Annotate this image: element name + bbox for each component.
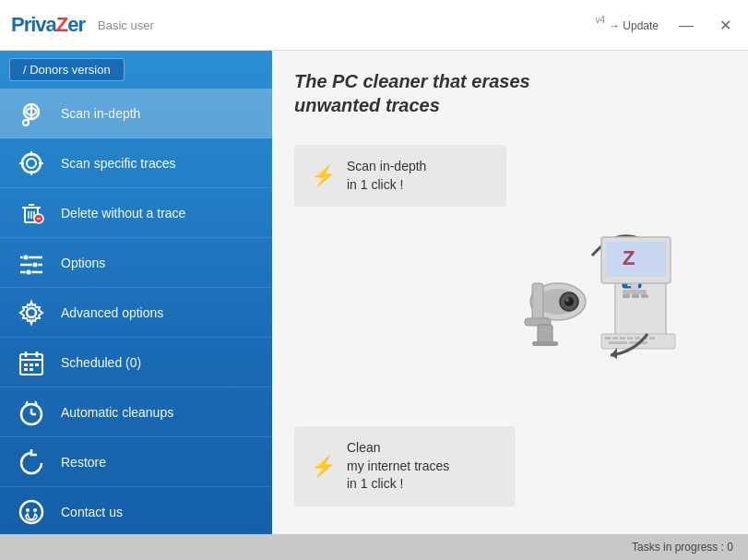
cards-illustration-area: ⚡ Scan in-depth in 1 click ! [294,136,726,516]
svg-point-51 [565,298,569,302]
options-label: Options [61,256,105,270]
svg-point-50 [564,297,574,306]
svg-rect-45 [532,283,543,320]
status-bar: Tasks in progress : 0 [0,534,748,560]
sidebar-item-scan-specific[interactable]: Scan specific traces [0,138,272,188]
sidebar-item-options[interactable]: Options [0,238,272,288]
logo-z: Z [56,13,67,36]
sidebar-item-automatic-cleanups[interactable]: Automatic cleanups [0,387,272,437]
svg-point-23 [26,269,31,275]
restore-label: Restore [61,455,106,470]
svg-rect-32 [24,368,28,371]
automatic-cleanups-label: Automatic cleanups [61,405,173,420]
donors-badge: / Donors version [9,58,125,81]
sidebar-item-scan-in-depth[interactable]: Scan in-depth [0,89,272,138]
clock-icon [13,394,50,431]
svg-rect-70 [635,337,640,340]
svg-rect-48 [532,341,558,346]
svg-point-42 [33,508,37,512]
app-subtitle: Basic user [98,18,154,32]
scan-specific-label: Scan specific traces [61,156,176,171]
svg-rect-69 [627,337,633,340]
scan-in-depth-label: Scan in-depth [61,106,140,121]
svg-rect-63 [631,283,638,291]
app-logo: PrivaZer [11,13,85,37]
svg-rect-67 [612,337,618,340]
sidebar-item-advanced-options[interactable]: Advanced options [0,288,272,338]
svg-point-4 [22,154,41,173]
title-bar: PrivaZer Basic user v4 → Update — ✕ [0,0,748,51]
update-label: → Update [609,18,659,31]
contact-us-label: Contact us [61,505,123,519]
svg-point-22 [32,262,38,268]
close-button[interactable]: ✕ [714,15,737,36]
delete-icon [13,195,50,232]
target-icon [13,145,50,182]
sidebar-item-scheduled[interactable]: Scheduled (0) [0,338,272,387]
svg-rect-56 [623,294,630,298]
svg-rect-68 [620,337,625,340]
svg-rect-72 [649,337,655,340]
svg-rect-57 [632,294,639,298]
contact-icon [13,494,50,530]
main-layout: / Donors version Scan in-depth [0,51,748,534]
svg-rect-29 [24,363,28,366]
svg-rect-73 [609,341,627,344]
illustration: Z Z Z [505,182,707,366]
window-controls: v4 → Update — ✕ [595,15,737,36]
svg-rect-33 [30,368,33,371]
version-label: v4 [595,15,605,25]
tasks-label: Tasks in progress : 0 [632,541,733,554]
clean-internet-card[interactable]: ⚡ Clean my internet traces in 1 click ! [294,426,516,506]
svg-point-24 [27,308,36,317]
svg-rect-58 [641,294,648,298]
svg-rect-60 [606,242,666,277]
restore-icon [13,444,50,481]
clean-card-text: Clean my internet traces in 1 click ! [347,439,449,494]
sidebar-item-delete-trace[interactable]: Delete without a trace [0,188,272,238]
scan-icon [13,95,50,132]
svg-rect-64 [623,290,647,294]
svg-text:Z: Z [623,246,635,269]
minimize-button[interactable]: — [673,15,699,35]
scan-card[interactable]: ⚡ Scan in-depth in 1 click ! [294,145,506,207]
sidebar: / Donors version Scan in-depth [0,51,272,534]
delete-trace-label: Delete without a trace [61,206,185,220]
svg-rect-66 [605,337,611,340]
svg-rect-30 [30,363,33,366]
lightning-icon-1: ⚡ [311,164,336,188]
content-title: The PC cleaner that erases unwanted trac… [294,69,726,117]
advanced-options-label: Advanced options [61,305,163,320]
options-icon [13,244,50,281]
lightning-icon-2: ⚡ [311,455,336,479]
svg-point-21 [23,255,29,260]
svg-rect-31 [35,363,39,366]
sidebar-item-restore[interactable]: Restore [0,437,272,487]
sidebar-item-contact-us[interactable]: Contact us [0,487,272,534]
gear-icon [13,294,50,331]
svg-rect-47 [538,325,552,343]
update-button[interactable]: v4 → Update [595,18,659,31]
calendar-icon [13,344,50,381]
content-area: The PC cleaner that erases unwanted trac… [272,51,748,534]
svg-marker-75 [611,348,617,359]
svg-point-5 [27,159,36,168]
scan-card-text: Scan in-depth in 1 click ! [347,158,426,194]
svg-point-41 [26,508,30,512]
scheduled-label: Scheduled (0) [61,355,141,370]
